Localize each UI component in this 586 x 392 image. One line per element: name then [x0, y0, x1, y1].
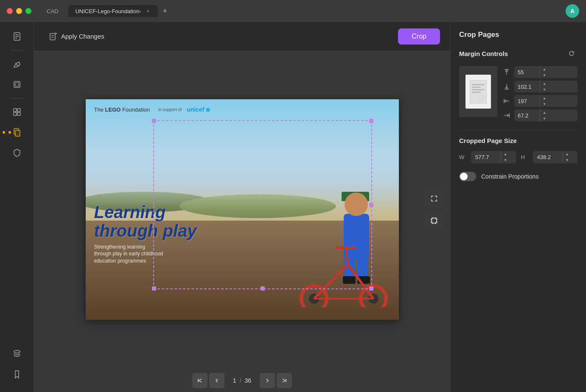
- cropped-page-size-heading: Cropped Page Size: [459, 137, 578, 144]
- height-decrement[interactable]: ▼: [563, 157, 572, 163]
- margin-top-icon: [502, 68, 511, 76]
- scooter-svg: [297, 239, 390, 307]
- main-title: Learningthrough play: [94, 203, 197, 240]
- right-panel: Crop Pages Margin Controls: [450, 22, 586, 392]
- sidebar-icon-shield[interactable]: [8, 143, 26, 162]
- minimize-button[interactable]: [16, 8, 22, 14]
- height-label: H: [521, 154, 528, 160]
- last-page-button[interactable]: [277, 373, 292, 388]
- page-size-row: W ▲ ▼ H ▲ ▼: [459, 151, 578, 163]
- constrain-label: Constrain Proportions: [481, 173, 538, 180]
- margin-right-icon: [502, 111, 511, 120]
- page-header: The LEGO Foundation in support of unicef…: [94, 106, 390, 113]
- margin-left-input-wrapper: ▲ ▼: [514, 95, 578, 107]
- width-input[interactable]: [471, 151, 501, 163]
- new-tab-button[interactable]: +: [160, 6, 170, 16]
- svg-line-20: [314, 265, 348, 299]
- sidebar: [0, 22, 34, 392]
- margin-right-spinner: ▲ ▼: [540, 109, 549, 121]
- toolbar: Apply Changes Crop: [34, 22, 450, 51]
- page-separator: /: [240, 377, 241, 384]
- content-area: Apply Changes Crop: [34, 22, 450, 392]
- margin-left-input[interactable]: [514, 96, 540, 106]
- next-page-button[interactable]: [260, 373, 275, 388]
- panel-title: Crop Pages: [459, 31, 578, 39]
- margin-top-increment[interactable]: ▲: [540, 66, 549, 72]
- margin-left-row: ▲ ▼: [502, 95, 578, 107]
- margin-bottom-increment[interactable]: ▲: [540, 81, 549, 87]
- tab-cad[interactable]: CAD: [40, 6, 65, 17]
- margin-left-increment[interactable]: ▲: [540, 95, 549, 101]
- height-input-wrapper: ▲ ▼: [533, 151, 578, 163]
- svg-rect-34: [479, 95, 483, 101]
- tab-active[interactable]: UNICEF-Lego-Foundation- ×: [68, 5, 158, 17]
- main-layout: Apply Changes Crop: [0, 22, 586, 392]
- margin-top-input[interactable]: [514, 67, 540, 78]
- width-spinner: ▲ ▼: [501, 151, 510, 163]
- sidebar-icon-layers[interactable]: [8, 75, 26, 94]
- sidebar-icon-bookmark[interactable]: [8, 365, 26, 384]
- section-divider: [459, 130, 578, 130]
- pagination-bar: 1 / 36: [34, 368, 450, 392]
- margin-right-row: ▲ ▼: [502, 109, 578, 121]
- fit-page-button[interactable]: [425, 189, 443, 208]
- page-main-text: Learningthrough play Strengthening learn…: [94, 203, 197, 265]
- svg-rect-13: [50, 34, 55, 40]
- margin-left-icon: [502, 97, 511, 105]
- margin-right-input[interactable]: [514, 110, 540, 121]
- sidebar-icon-document[interactable]: [8, 27, 26, 46]
- constrain-proportions-row: Constrain Proportions: [459, 172, 578, 181]
- margin-left-decrement[interactable]: ▼: [540, 101, 549, 107]
- first-page-button[interactable]: [192, 373, 207, 388]
- sidebar-icon-grid[interactable]: [8, 103, 26, 121]
- svg-rect-4: [14, 81, 20, 87]
- lego-foundation-text: The LEGO Foundation: [94, 106, 150, 113]
- traffic-lights: [7, 8, 31, 14]
- svg-rect-5: [15, 83, 19, 86]
- sidebar-icon-eraser[interactable]: [8, 55, 26, 73]
- child-on-scooter: [229, 116, 399, 320]
- margin-bottom-input[interactable]: [514, 81, 540, 92]
- margin-left-spinner: ▲ ▼: [540, 95, 549, 107]
- page-preview: [459, 66, 497, 117]
- margin-controls-section: Margin Controls: [459, 48, 578, 121]
- svg-rect-25: [432, 218, 437, 223]
- toolbar-left: Apply Changes: [44, 29, 109, 44]
- tab-close-button[interactable]: ×: [145, 8, 151, 14]
- close-button[interactable]: [7, 8, 13, 14]
- sidebar-icon-stack[interactable]: [8, 344, 26, 363]
- avatar[interactable]: A: [566, 4, 579, 18]
- titlebar: CAD UNICEF-Lego-Foundation- × + A: [0, 0, 586, 22]
- sidebar-icon-pages-active[interactable]: [8, 123, 26, 142]
- height-input[interactable]: [533, 151, 563, 163]
- svg-rect-7: [17, 109, 20, 112]
- reset-margins-button[interactable]: [566, 48, 578, 59]
- toggle-thumb: [460, 173, 468, 180]
- margin-right-increment[interactable]: ▲: [540, 109, 549, 115]
- width-increment[interactable]: ▲: [501, 151, 510, 157]
- height-increment[interactable]: ▲: [563, 151, 572, 157]
- margin-bottom-decrement[interactable]: ▼: [540, 87, 549, 92]
- constrain-toggle[interactable]: [459, 172, 476, 181]
- apply-changes-button[interactable]: Apply Changes: [44, 29, 109, 44]
- cropped-page-size-section: Cropped Page Size W ▲ ▼ H ▲ ▼: [459, 137, 578, 163]
- unicef-text: unicef ✿: [187, 106, 210, 113]
- svg-rect-6: [14, 109, 17, 112]
- margin-right-input-wrapper: ▲ ▼: [514, 109, 578, 121]
- sidebar-divider-1: [10, 50, 24, 50]
- crop-button[interactable]: Crop: [398, 28, 440, 45]
- crop-frame-button[interactable]: [425, 211, 443, 230]
- margin-controls-heading: Margin Controls: [459, 48, 578, 59]
- prev-page-button[interactable]: [209, 373, 224, 388]
- margin-right-decrement[interactable]: ▼: [540, 115, 549, 121]
- height-spinner: ▲ ▼: [563, 151, 572, 163]
- canvas-area: The LEGO Foundation in support of unicef…: [34, 51, 450, 368]
- width-decrement[interactable]: ▼: [501, 157, 510, 163]
- svg-rect-8: [14, 112, 17, 115]
- margin-top-decrement[interactable]: ▼: [540, 72, 549, 78]
- maximize-button[interactable]: [25, 8, 31, 14]
- apply-icon: [49, 32, 58, 41]
- margin-top-input-wrapper: ▲ ▼: [514, 66, 578, 78]
- margin-controls-area: ▲ ▼: [459, 66, 578, 121]
- svg-point-12: [14, 350, 20, 353]
